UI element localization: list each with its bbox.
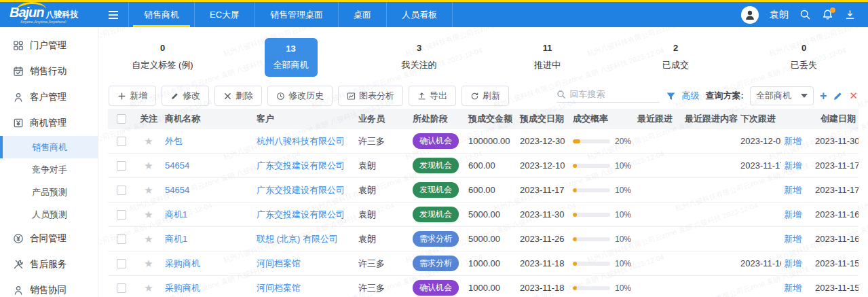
- search-input[interactable]: [570, 89, 660, 99]
- sidebar-subitem[interactable]: 竞争对手: [0, 158, 98, 181]
- opportunity-name-link[interactable]: 54654: [165, 160, 189, 171]
- add-followup-link[interactable]: 新增: [784, 234, 801, 244]
- customer-link[interactable]: 河间档案馆: [257, 283, 301, 293]
- sidebar-item[interactable]: 客户管理: [0, 84, 98, 110]
- nav-tab[interactable]: 销售商机: [128, 2, 194, 27]
- customer-link[interactable]: 杭州八骏科技有限公司: [257, 136, 345, 146]
- expected-date-cell: 2023-11-26: [517, 234, 570, 244]
- search-box: [556, 89, 660, 103]
- navbar: Bajun 八骏科技 Anyone,Anytime,Anywhere! 销售商机…: [0, 2, 868, 27]
- probability-label: 10%: [615, 210, 631, 220]
- opportunity-name-link[interactable]: 54654: [165, 185, 189, 195]
- add-followup-link[interactable]: 新增: [784, 258, 801, 268]
- opportunity-name-link[interactable]: 商机1: [165, 234, 187, 244]
- customer-link[interactable]: 联想 (北京) 有限公司: [257, 234, 338, 244]
- add-followup-link[interactable]: 新增: [784, 136, 801, 146]
- expected-date-cell: 2023-12-10: [517, 160, 570, 171]
- bell-icon[interactable]: [822, 9, 833, 20]
- customer-link[interactable]: 河间档案馆: [257, 258, 301, 268]
- 修改历史-button[interactable]: 修改历史: [267, 86, 333, 106]
- filter-tab[interactable]: 2已成交: [611, 43, 740, 71]
- download-icon[interactable]: [844, 9, 856, 20]
- row-checkbox[interactable]: [117, 186, 126, 195]
- customer-link[interactable]: 广东交投建设有限公司: [257, 185, 345, 195]
- edit-query-plan-icon[interactable]: [833, 91, 843, 101]
- probability-progress: 10%: [573, 283, 632, 293]
- nav-tab[interactable]: 销售管理桌面: [254, 2, 338, 27]
- probability-label: 10%: [615, 161, 631, 171]
- row-checkbox[interactable]: [117, 210, 126, 220]
- progress-track: [573, 237, 610, 241]
- 修改-button[interactable]: 修改: [162, 86, 209, 106]
- hamburger-menu-icon[interactable]: [98, 2, 128, 27]
- person-icon: [13, 285, 24, 296]
- 删除-button[interactable]: 删除: [214, 86, 262, 106]
- row-checkbox[interactable]: [117, 161, 126, 171]
- customer-link[interactable]: 广东交投建设有限公司: [257, 209, 345, 220]
- filter-funnel-icon[interactable]: [666, 91, 676, 101]
- filter-tab[interactable]: 0自定义标签 (例): [98, 43, 227, 71]
- row-checkbox[interactable]: [117, 137, 126, 146]
- progress-fill: [573, 237, 577, 241]
- row-checkbox[interactable]: [117, 283, 126, 293]
- star-icon[interactable]: ★: [144, 234, 153, 244]
- filter-tab-count: 13: [286, 43, 295, 54]
- avatar[interactable]: [741, 6, 759, 24]
- filter-tab[interactable]: 0已丢失: [740, 43, 868, 71]
- button-label: 修改: [183, 90, 200, 102]
- salesperson-cell: 袁朗: [356, 209, 410, 221]
- delete-query-plan-icon[interactable]: ✕: [849, 90, 858, 102]
- 导出-button[interactable]: 导出: [409, 86, 456, 106]
- button-label: 新增: [130, 90, 147, 102]
- star-icon[interactable]: ★: [144, 258, 153, 268]
- filter-tab[interactable]: 13全部商机: [265, 38, 318, 77]
- select-all-checkbox[interactable]: [117, 114, 126, 124]
- sidebar-item[interactable]: 销售行动: [0, 58, 98, 84]
- next-followup-action-cell: 新增: [781, 135, 812, 147]
- sidebar-subitem[interactable]: 产品预测: [0, 181, 98, 203]
- query-plan-select[interactable]: 全部商机: [750, 86, 814, 105]
- add-followup-link[interactable]: 新增: [784, 283, 801, 293]
- opportunity-name-link[interactable]: 采购商机: [165, 283, 200, 293]
- customer-link[interactable]: 广东交投建设有限公司: [257, 160, 345, 171]
- sidebar-item[interactable]: 销售协同: [0, 277, 98, 297]
- 刷新-button[interactable]: 刷新: [461, 86, 509, 106]
- sidebar-subitem[interactable]: 人员预测: [0, 203, 98, 226]
- export-icon: [417, 92, 426, 101]
- sidebar-item[interactable]: 合同管理: [0, 226, 98, 251]
- filter-tab-count: 11: [543, 43, 552, 53]
- user-name[interactable]: 袁朗: [770, 9, 789, 21]
- nav-tab[interactable]: 桌面: [338, 2, 386, 27]
- star-icon[interactable]: ★: [144, 283, 153, 293]
- nav-tab[interactable]: EC大屏: [194, 2, 254, 27]
- 图表分析-button[interactable]: 图表分析: [338, 86, 403, 106]
- star-icon[interactable]: ★: [144, 160, 153, 171]
- advanced-search-link[interactable]: 高级: [682, 90, 700, 102]
- add-followup-link[interactable]: 新增: [784, 209, 801, 220]
- opportunity-name-link[interactable]: 采购商机: [165, 258, 200, 268]
- star-icon[interactable]: ★: [144, 136, 153, 146]
- add-followup-link[interactable]: 新增: [784, 185, 801, 195]
- filter-tab[interactable]: 3我关注的: [355, 43, 483, 71]
- star-icon[interactable]: ★: [144, 185, 153, 195]
- row-star-cell: ★: [135, 234, 162, 244]
- filter-tab[interactable]: 11推进中: [483, 43, 611, 71]
- search-icon[interactable]: [799, 9, 811, 20]
- opportunity-name-link[interactable]: 外包: [165, 136, 183, 146]
- query-plan-label: 查询方案:: [706, 90, 744, 102]
- add-followup-link[interactable]: 新增: [784, 160, 801, 171]
- row-checkbox[interactable]: [117, 234, 126, 244]
- star-icon[interactable]: ★: [144, 209, 153, 220]
- opportunity-name-link[interactable]: 商机1: [165, 209, 187, 220]
- row-checkbox[interactable]: [117, 259, 126, 268]
- sidebar-item[interactable]: 门户管理: [0, 33, 98, 58]
- sidebar-item[interactable]: 售后服务: [0, 251, 98, 277]
- 新增-button[interactable]: 新增: [109, 86, 156, 106]
- sidebar-item[interactable]: 商机管理: [0, 110, 98, 136]
- add-query-plan-icon[interactable]: +: [820, 90, 827, 102]
- app-window: Bajun 八骏科技 Anyone,Anytime,Anywhere! 销售商机…: [0, 0, 868, 297]
- progress-track: [573, 139, 610, 143]
- nav-tab[interactable]: 人员看板: [386, 2, 453, 27]
- pencil-icon: [170, 92, 179, 101]
- sidebar-subitem[interactable]: 销售商机: [0, 136, 98, 158]
